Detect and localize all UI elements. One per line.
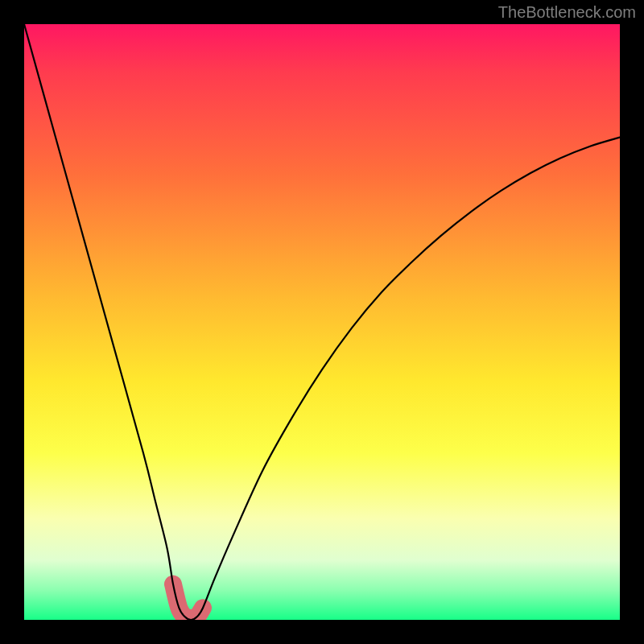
chart-plot-area bbox=[24, 24, 620, 620]
watermark-text: TheBottleneck.com bbox=[498, 3, 636, 22]
curve-svg bbox=[24, 24, 620, 620]
curve-line bbox=[24, 24, 620, 620]
